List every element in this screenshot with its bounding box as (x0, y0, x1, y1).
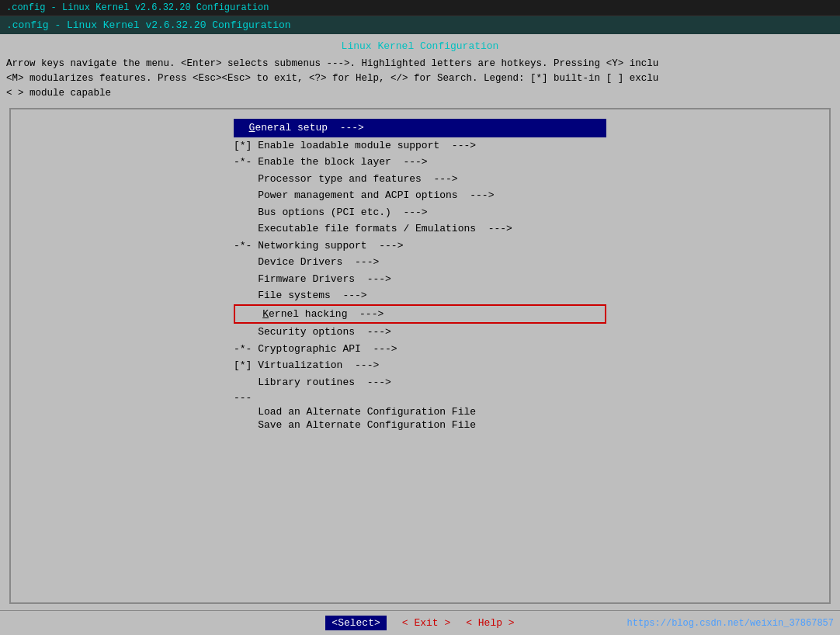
menu-item-security[interactable]: Security options ---> (234, 324, 606, 341)
menu-item-general-setup[interactable]: General setup ---> (234, 119, 606, 137)
menu-item-kernel-hacking: Kernel hacking ---> (234, 304, 606, 324)
config-bar-text: .config - Linux Kernel v2.6.32.20 Config… (6, 19, 291, 31)
menu-item-separator: --- (234, 392, 606, 404)
help-line-1: Arrow keys navigate the menu. <Enter> se… (6, 57, 834, 71)
menu-item-block-layer[interactable]: -*- Enable the block layer ---> (234, 154, 606, 171)
select-button[interactable]: <Select> (325, 616, 386, 630)
menu-item-library[interactable]: Library routines ---> (234, 374, 606, 391)
menu-item-firmware[interactable]: Firmware Drivers ---> (234, 271, 606, 288)
help-line-3: < > module capable (6, 86, 834, 101)
menu-item-cryptographic[interactable]: -*- Cryptographic API ---> (234, 341, 606, 358)
menu-item-networking[interactable]: -*- Networking support ---> (234, 238, 606, 255)
help-line-2: <M> modularizes features. Press <Esc><Es… (6, 71, 834, 86)
window: .config - Linux Kernel v2.6.32.20 Config… (0, 0, 840, 635)
help-button[interactable]: < Help > (466, 617, 514, 629)
menu-item-file-systems[interactable]: File systems ---> (234, 287, 606, 304)
menu-item-processor[interactable]: Processor type and features ---> (234, 171, 606, 188)
help-text: Arrow keys navigate the menu. <Enter> se… (0, 55, 840, 102)
menu-item-device-drivers[interactable]: Device Drivers ---> (234, 254, 606, 271)
menu-item-bus-options[interactable]: Bus options (PCI etc.) ---> (234, 204, 606, 221)
menu-item-loadable-module[interactable]: [*] Enable loadable module support ---> (234, 137, 606, 154)
bottom-buttons: <Select> < Exit > < Help > (325, 616, 514, 630)
bottom-wrapper: <Select> < Exit > < Help > https://blog.… (0, 610, 840, 635)
title-bar: .config - Linux Kernel v2.6.32.20 Config… (0, 0, 840, 16)
title-bar-text: .config - Linux Kernel v2.6.32.20 Config… (6, 2, 269, 13)
menu-inner: General setup --->[*] Enable loadable mo… (11, 119, 829, 432)
menu-item-power-mgmt[interactable]: Power management and ACPI options ---> (234, 187, 606, 204)
menu-container: General setup --->[*] Enable loadable mo… (9, 108, 831, 604)
menu-item-load-config[interactable]: Load an Alternate Configuration File (234, 405, 606, 418)
menu-item-save-config[interactable]: Save an Alternate Configuration File (234, 418, 606, 432)
exit-button[interactable]: < Exit > (402, 617, 450, 629)
config-bar: .config - Linux Kernel v2.6.32.20 Config… (0, 16, 840, 34)
menu-item-executable[interactable]: Executable file formats / Emulations ---… (234, 220, 606, 238)
kernel-config-title: Linux Kernel Configuration (0, 34, 840, 55)
main-area: Linux Kernel Configuration Arrow keys na… (0, 34, 840, 635)
url-text: https://blog.csdn.net/weixin_37867857 (627, 618, 834, 629)
menu-item-virtualization[interactable]: [*] Virtualization ---> (234, 357, 606, 374)
